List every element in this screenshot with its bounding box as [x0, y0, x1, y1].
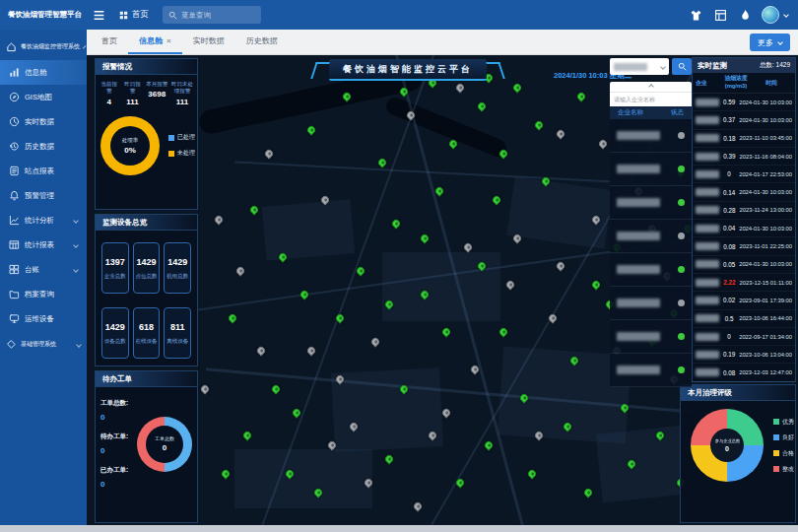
- sidebar-item-预警管理[interactable]: 预警管理: [0, 183, 87, 208]
- sidebar-group-root[interactable]: 餐饮油烟监控管理系统: [0, 33, 87, 60]
- menu-search[interactable]: [163, 6, 261, 24]
- map-marker-online[interactable]: [540, 176, 551, 187]
- map-marker-online[interactable]: [568, 355, 579, 366]
- sidebar-item-台账[interactable]: 台账: [0, 257, 87, 282]
- company-list-item[interactable]: [610, 119, 692, 153]
- map-marker-online[interactable]: [241, 431, 252, 441]
- close-icon[interactable]: ×: [166, 36, 171, 45]
- map-marker-offline[interactable]: [234, 265, 245, 276]
- map-marker-offline[interactable]: [590, 214, 601, 225]
- map-marker-offline[interactable]: [199, 383, 210, 394]
- realtime-row[interactable]: 0.052024-01-30 10:03:00: [693, 256, 795, 274]
- map-marker-online[interactable]: [654, 431, 665, 441]
- map-marker-online[interactable]: [491, 195, 501, 206]
- map-marker-online[interactable]: [384, 454, 395, 465]
- map-marker-online[interactable]: [498, 148, 508, 159]
- realtime-row[interactable]: 0.52023-10-06 16:44:00: [693, 310, 795, 328]
- realtime-row[interactable]: 0.082023-12-03 12:47:00: [693, 364, 795, 381]
- sidebar-item-运维设备[interactable]: 运维设备: [0, 306, 87, 331]
- notification-icon[interactable]: [739, 9, 752, 22]
- map-marker-offline[interactable]: [597, 138, 608, 149]
- map-marker-online[interactable]: [376, 157, 387, 167]
- sidebar-item-档案查询[interactable]: 档案查询: [0, 282, 87, 306]
- company-list-item[interactable]: [610, 220, 692, 253]
- map-marker-offline[interactable]: [305, 346, 316, 357]
- map-marker-online[interactable]: [433, 185, 444, 196]
- map-marker-online[interactable]: [398, 87, 409, 98]
- map-marker-online[interactable]: [576, 92, 587, 102]
- map-marker-online[interactable]: [292, 407, 302, 418]
- realtime-row[interactable]: 0.282023-11-24 13:00:00: [693, 202, 795, 220]
- collapse-toggle[interactable]: [610, 82, 692, 92]
- map-marker-online[interactable]: [299, 289, 309, 299]
- map-marker-offline[interactable]: [369, 336, 380, 347]
- map-marker-online[interactable]: [420, 289, 431, 299]
- sidebar-item-历史数据[interactable]: 历史数据: [0, 134, 87, 159]
- map-marker-offline[interactable]: [363, 478, 373, 489]
- realtime-row[interactable]: 0.182023-11-10 03:45:00: [693, 130, 795, 148]
- menu-icon[interactable]: [93, 9, 105, 22]
- map-marker-offline[interactable]: [533, 431, 544, 441]
- map-marker-offline[interactable]: [555, 129, 565, 140]
- map-marker-online[interactable]: [356, 265, 366, 276]
- layout-icon[interactable]: [714, 9, 727, 22]
- map-marker-offline[interactable]: [455, 82, 466, 93]
- map-marker-offline[interactable]: [440, 407, 451, 418]
- area-select[interactable]: [610, 58, 669, 75]
- realtime-row[interactable]: 0.372024-01-30 10:03:00: [693, 111, 795, 129]
- map-marker-online[interactable]: [448, 138, 459, 149]
- map-marker-online[interactable]: [455, 478, 466, 489]
- map-marker-online[interactable]: [533, 119, 544, 130]
- map-marker-online[interactable]: [484, 439, 495, 450]
- realtime-row[interactable]: 0.042024-01-30 10:03:00: [693, 220, 795, 237]
- map-marker-online[interactable]: [590, 280, 601, 291]
- map-marker-online[interactable]: [440, 327, 451, 338]
- sidebar-item-信息舱[interactable]: 信息舱: [0, 60, 87, 85]
- map-marker-online[interactable]: [398, 383, 409, 394]
- company-name-search[interactable]: [610, 92, 692, 106]
- company-list-item[interactable]: [610, 253, 692, 287]
- map-marker-offline[interactable]: [427, 431, 437, 441]
- map-marker-offline[interactable]: [327, 439, 338, 450]
- map-marker-offline[interactable]: [405, 110, 416, 121]
- tab-历史数据[interactable]: 历史数据: [235, 30, 289, 54]
- sidebar-item-统计报表[interactable]: 统计报表: [0, 233, 87, 257]
- map-marker-online[interactable]: [277, 251, 288, 262]
- realtime-row[interactable]: 02022-09-17 01:34:00: [693, 328, 795, 346]
- realtime-row[interactable]: 0.082023-11-01 22:25:00: [693, 237, 795, 255]
- map-marker-online[interactable]: [284, 468, 295, 479]
- tab-信息舱[interactable]: 信息舱×: [128, 30, 182, 54]
- map-marker-online[interactable]: [519, 392, 530, 403]
- map-marker-online[interactable]: [221, 468, 232, 479]
- map-marker-online[interactable]: [498, 327, 508, 338]
- sidebar-item-实时数据[interactable]: 实时数据: [0, 109, 87, 134]
- map-marker-offline[interactable]: [348, 421, 359, 432]
- map-marker-online[interactable]: [583, 487, 594, 498]
- map-marker-offline[interactable]: [469, 365, 480, 375]
- map-marker-offline[interactable]: [504, 280, 515, 291]
- sidebar-group-system[interactable]: 基础管理系统: [0, 331, 87, 358]
- company-list-item[interactable]: [610, 153, 692, 186]
- map-marker-online[interactable]: [384, 299, 395, 309]
- sidebar-item-统计分析[interactable]: 统计分析: [0, 208, 87, 233]
- tab-首页[interactable]: 首页: [91, 30, 128, 54]
- realtime-row[interactable]: 2.222023-12-15 01:11:00: [693, 274, 795, 292]
- realtime-row[interactable]: 0.392023-11-16 08:04:00: [693, 148, 795, 166]
- map-marker-offline[interactable]: [555, 261, 565, 272]
- map-marker-online[interactable]: [228, 312, 238, 323]
- map-marker-offline[interactable]: [256, 346, 267, 357]
- map-marker-online[interactable]: [312, 487, 323, 498]
- map-marker-online[interactable]: [626, 458, 636, 469]
- company-list-item[interactable]: [610, 287, 692, 320]
- realtime-row[interactable]: 0.192023-10-06 13:04:00: [693, 346, 795, 364]
- map-marker-offline[interactable]: [263, 148, 274, 159]
- map-marker-offline[interactable]: [412, 500, 423, 511]
- sidebar-item-站点报表[interactable]: 站点报表: [0, 159, 87, 183]
- realtime-row[interactable]: 0.142024-01-30 10:03:00: [693, 183, 795, 201]
- map-marker-online[interactable]: [270, 383, 281, 394]
- menu-search-input[interactable]: [181, 11, 255, 20]
- map-marker-offline[interactable]: [320, 195, 331, 206]
- map-marker-online[interactable]: [526, 468, 537, 479]
- map-marker-online[interactable]: [341, 92, 352, 102]
- map-marker-offline[interactable]: [334, 373, 345, 384]
